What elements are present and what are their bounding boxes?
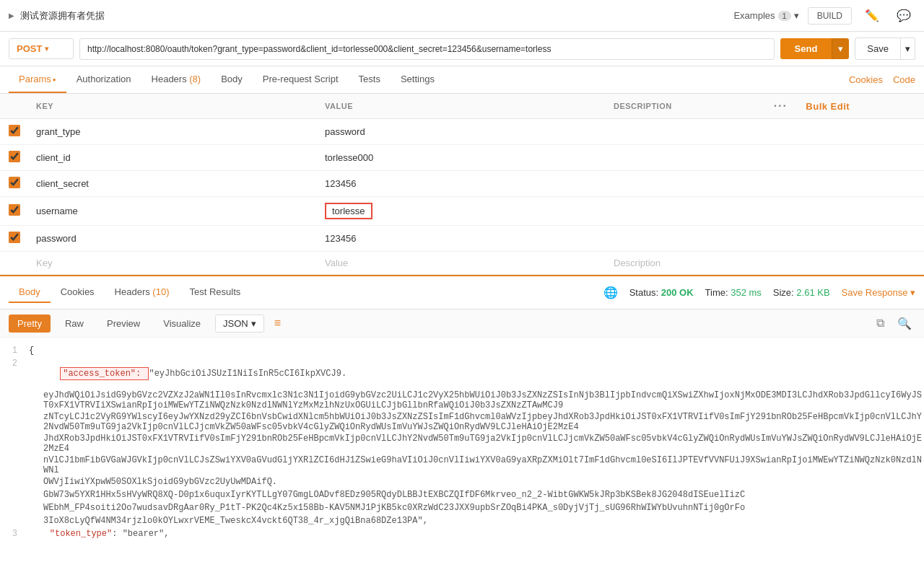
code-line-2-cont7: WEbhM_FP4soiti2Oo7wudsavDRgAar0Ry_P1tT-P… [0,502,924,515]
row-checkbox[interactable] [9,177,20,188]
tab-tests[interactable]: Tests [349,66,391,93]
params-table: KEY VALUE DESCRIPTION ··· Bulk Edit gran… [0,94,924,275]
examples-badge: 1 [778,11,791,21]
tab-settings[interactable]: Settings [391,66,445,93]
resp-tab-headers[interactable]: Headers (10) [105,282,180,303]
time-label: Time: 352 ms [705,287,762,298]
response-status-bar: 🌐 Status: 200 OK Time: 352 ms Size: 2.61… [603,286,915,299]
extra-cell [798,145,924,171]
line-number [0,489,29,490]
resp-tab-cookies[interactable]: Cookies [51,282,105,303]
tab-params[interactable]: Params● [9,66,66,93]
tab-body[interactable]: Body [211,66,253,93]
cookies-link[interactable]: Cookies [849,74,883,85]
desc-cell [606,171,762,197]
tab-authorization[interactable]: Authorization [66,66,141,93]
format-type-label: JSON [223,318,248,329]
desc-placeholder-cell: Description [606,252,762,275]
key-placeholder-cell: Key [29,252,318,275]
token-type-key: "token_type" [50,529,112,539]
col-header-bulk-edit: Bulk Edit [798,94,924,119]
more-cell [762,119,798,145]
method-selector[interactable]: POST ▾ [9,38,74,59]
extra-cell [798,226,924,252]
top-bar: ▶ 测试资源拥有者凭据 Examples 1 ▾ BUILD ✏️ 💬 [0,0,924,32]
value-cell: password [318,119,606,145]
time-value: 352 ms [731,287,762,298]
more-cell [762,171,798,197]
token-continuation-4: nVlCJ1bmFibGVGaWJGVkIjp0cnVlLCJsZSwiYXV0… [29,454,924,476]
send-btn-group: Send ▾ [780,38,850,59]
format-type-chevron-icon: ▾ [251,318,256,329]
params-dot: ● [53,76,56,83]
row-check-cell [0,119,29,145]
top-bar-right: Examples 1 ▾ BUILD ✏️ 💬 [733,6,915,25]
top-bar-left: ▶ 测试资源拥有者凭据 [9,9,105,22]
token-continuation-7: WEbhM_FP4soiti2Oo7wudsavDRgAar0Ry_P1tT-P… [29,502,924,514]
save-response-button[interactable]: Save Response ▾ [842,287,915,298]
more-cell [762,197,798,226]
save-button[interactable]: Save [855,38,901,60]
line-number: 3 [0,528,29,539]
line-number [0,476,29,477]
code-line-2-cont1: eyJhdWQiOiJsidG9ybGVzc2VZXzJ2aWN1Il0sInR… [0,390,924,411]
token-continuation-2: zNTcyLCJ1c2VyRG9YWlscyI6eyJwYXNzd29yZCI6… [29,411,924,433]
token-type-colon: : [112,529,122,539]
line-content: { [29,345,924,356]
url-input[interactable] [79,38,775,60]
line-number [0,454,29,455]
search-icon[interactable]: 🔍 [894,315,915,333]
wrap-lines-button[interactable]: ≡ [270,314,285,333]
send-button[interactable]: Send [780,38,832,59]
send-dropdown-button[interactable]: ▾ [832,38,849,59]
row-checkbox[interactable] [9,204,20,216]
format-tab-visualize[interactable]: Visualize [154,315,209,333]
size-label: Size: 2.61 KB [773,287,830,298]
token-continuation-8: 3IoX8cLyQfW4NM34rjzlo0kOYLwxrVEME_Tweskc… [29,515,924,527]
save-dropdown-button[interactable]: ▾ [901,38,915,60]
col-header-check [0,94,29,119]
token-continuation-5: OWVjIiwiYXpwW50SOXlkSjoidG9ybGVzc2UyUwMD… [29,476,924,488]
value-cell: 123456 [318,171,606,197]
line-number: 1 [0,345,29,356]
row-checkbox[interactable] [9,232,20,243]
format-tab-raw[interactable]: Raw [56,315,92,333]
more-options-icon[interactable]: ··· [774,100,788,112]
collapse-icon[interactable]: ▶ [9,12,14,19]
key-cell: username [29,197,318,226]
build-button[interactable]: BUILD [808,7,852,25]
row-check-cell [0,171,29,197]
comment-icon[interactable]: 💬 [892,6,915,25]
line-content: "token_type": "bearer", [29,528,924,540]
code-link[interactable]: Code [893,74,915,85]
resp-tab-test-results[interactable]: Test Results [179,282,250,303]
tab-headers[interactable]: Headers (8) [141,66,212,93]
format-tab-preview[interactable]: Preview [98,315,149,333]
table-row: client_secret 123456 [0,171,924,197]
row-checkbox[interactable] [9,151,20,162]
table-row: password 123456 [0,226,924,252]
copy-icon[interactable]: ⧉ [873,315,888,333]
response-toolbar: Pretty Raw Preview Visualize JSON ▾ ≡ ⧉ … [0,309,924,338]
format-tab-pretty[interactable]: Pretty [9,315,51,333]
examples-button[interactable]: Examples 1 ▾ [733,10,798,21]
bulk-edit-button[interactable]: Bulk Edit [806,101,850,112]
extra-cell [798,252,924,275]
col-header-value: VALUE [318,94,606,119]
resp-tab-body[interactable]: Body [9,282,51,303]
row-checkbox[interactable] [9,125,20,136]
format-type-selector[interactable]: JSON ▾ [215,315,264,333]
code-area: 1 { 2 "access_token": "eyJhbGciOiJSUzI1N… [0,338,924,567]
key-cell: grant_type [29,119,318,145]
method-chevron-icon: ▾ [45,45,48,53]
save-btn-group: Save ▾ [855,38,915,60]
edit-icon[interactable]: ✏️ [860,6,884,25]
row-check-cell [0,226,29,252]
col-header-description: DESCRIPTION [606,94,762,119]
url-bar: POST ▾ Send ▾ Save ▾ [0,32,924,66]
token-type-comma: , [164,529,169,539]
wrap-icon: ≡ [274,317,281,329]
key-cell: password [29,226,318,252]
table-row: grant_type password [0,119,924,145]
tab-pre-request-script[interactable]: Pre-request Script [253,66,349,93]
